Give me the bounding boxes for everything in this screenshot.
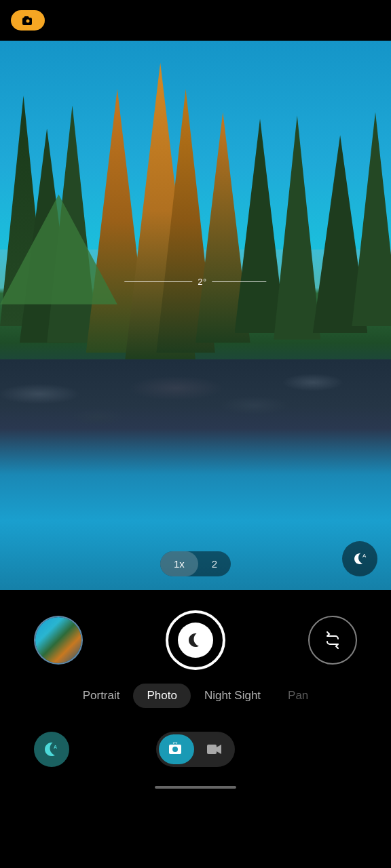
svg-text:A: A <box>54 745 57 749</box>
status-bar <box>0 0 391 41</box>
camera-icon <box>20 14 35 26</box>
flip-camera-button[interactable] <box>308 616 357 665</box>
level-indicator: 2° <box>124 277 266 287</box>
night-auto-button[interactable]: A <box>34 732 69 767</box>
thumbnail-button[interactable] <box>34 616 83 665</box>
mode-portrait[interactable]: Portrait <box>69 684 134 708</box>
svg-rect-5 <box>207 745 217 754</box>
moon-icon <box>185 630 206 650</box>
mode-panorama[interactable]: Pan <box>274 684 322 708</box>
camera-pill <box>11 10 45 31</box>
bottom-toolbar: A <box>0 722 391 781</box>
camera-video-toggle[interactable] <box>156 732 235 767</box>
bottom-area: Portrait Photo Night Sight Pan A <box>0 590 391 868</box>
main-controls <box>0 590 391 677</box>
video-icon <box>206 743 223 756</box>
viewfinder-controls: 1x 2 <box>0 551 391 576</box>
mode-photo[interactable]: Photo <box>133 684 190 708</box>
zoom-1x-button[interactable]: 1x <box>160 551 198 576</box>
scene-background <box>0 41 391 590</box>
mode-items: Portrait Photo Night Sight Pan <box>0 684 391 708</box>
night-auto-icon: A <box>42 740 61 759</box>
svg-point-0 <box>26 20 30 23</box>
svg-point-4 <box>172 747 178 752</box>
night-sight-fab-button[interactable]: A <box>342 541 377 576</box>
level-line-right <box>212 281 267 282</box>
camera-still-icon <box>168 743 185 756</box>
home-indicator <box>155 786 236 789</box>
zoom-2x-button[interactable]: 2 <box>198 551 231 576</box>
shutter-inner <box>178 623 213 658</box>
mode-selector: Portrait Photo Night Sight Pan <box>0 677 391 722</box>
viewfinder[interactable]: 2° 1x 2 A <box>0 41 391 590</box>
zoom-toggle[interactable]: 1x 2 <box>160 551 231 576</box>
toolbar-spacer <box>322 732 357 767</box>
last-photo-thumbnail <box>35 617 81 663</box>
level-degrees: 2° <box>198 277 206 287</box>
video-mode-button[interactable] <box>197 734 232 764</box>
level-line-left <box>124 281 192 282</box>
flip-camera-icon <box>322 629 343 651</box>
shutter-button[interactable] <box>166 610 225 670</box>
mode-night-sight[interactable]: Night Sight <box>191 684 274 708</box>
svg-text:A: A <box>362 553 367 559</box>
camera-mode-button[interactable] <box>159 734 194 764</box>
moon-auto-icon: A <box>350 549 369 568</box>
